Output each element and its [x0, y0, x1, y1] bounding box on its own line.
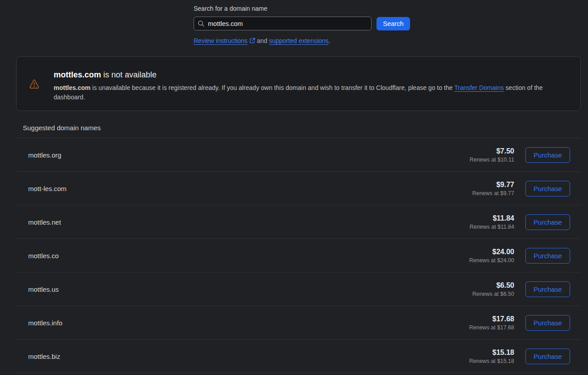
price-block: $11.84 Renews at $11.84: [470, 214, 514, 230]
search-input-wrap: [194, 17, 372, 30]
suggested-domain-name: mottles.info: [28, 319, 63, 327]
price-block: $15.18 Renews at $15.18: [469, 348, 514, 365]
renewal-price: Renews at $9.77: [472, 190, 514, 197]
price-block: $9.77 Renews at $9.77: [472, 180, 514, 197]
domain-search-input[interactable]: [194, 17, 372, 30]
period-text: .: [329, 37, 330, 44]
renewal-price: Renews at $11.84: [470, 224, 514, 230]
supported-extensions-link[interactable]: supported extensions: [269, 37, 329, 44]
purchase-button[interactable]: Purchase: [525, 349, 570, 364]
purchase-button[interactable]: Purchase: [525, 281, 570, 297]
suggestions-heading: Suggested domain names: [23, 124, 101, 132]
review-instructions-link[interactable]: Review instructions: [194, 37, 248, 44]
suggested-domain-name: mottles.biz: [28, 353, 60, 360]
renewal-price: Renews at $24.00: [469, 257, 514, 264]
banner-title-rest: is not available: [101, 70, 157, 79]
suggestion-row: mottles.net $11.84 Renews at $11.84 Purc…: [16, 205, 581, 239]
suggestion-row: mottles.biz $15.18 Renews at $15.18 Purc…: [16, 340, 581, 373]
domain-price: $15.18: [469, 348, 514, 357]
renewal-price: Renews at $10.11: [470, 157, 514, 163]
unavailable-warning-banner: mottles.com is not available mottles.com…: [16, 56, 581, 111]
purchase-button[interactable]: Purchase: [525, 214, 570, 230]
purchase-button[interactable]: Purchase: [525, 315, 570, 331]
suggestion-row: mottles.info $17.68 Renews at $17.68 Pur…: [16, 306, 581, 340]
suggestion-row: mott-les.com $9.77 Renews at $9.77 Purch…: [16, 172, 581, 205]
suggestion-row: mottles.us $6.50 Renews at $6.50 Purchas…: [16, 273, 581, 306]
domain-price: $6.50: [472, 281, 514, 290]
banner-content: mottles.com is not available mottles.com…: [54, 70, 555, 102]
transfer-domains-link[interactable]: Transfer Domains: [454, 84, 504, 91]
purchase-button[interactable]: Purchase: [525, 248, 570, 264]
banner-title-domain: mottles.com: [54, 70, 101, 79]
suggestion-row: mottles.org $7.50 Renews at $10.11 Purch…: [16, 138, 581, 172]
suggestions-list: mottles.org $7.50 Renews at $10.11 Purch…: [16, 138, 581, 373]
top-nav-edge: [0, 0, 588, 1]
renewal-price: Renews at $15.18: [469, 358, 514, 365]
suggested-domain-name: mottles.co: [28, 252, 59, 260]
price-block: $6.50 Renews at $6.50: [472, 281, 514, 298]
suggested-domain-name: mottles.net: [28, 218, 61, 226]
search-label: Search for a domain name: [194, 5, 410, 12]
price-block: $7.50 Renews at $10.11: [470, 147, 514, 163]
renewal-price: Renews at $17.68: [469, 324, 514, 331]
suggested-domain-name: mottles.us: [28, 286, 59, 293]
search-button[interactable]: Search: [376, 17, 410, 30]
domain-price: $9.77: [472, 180, 514, 189]
banner-title: mottles.com is not available: [54, 70, 555, 80]
purchase-button[interactable]: Purchase: [525, 181, 570, 196]
price-block: $24.00 Renews at $24.00: [469, 247, 514, 264]
suggestion-row: mottles.co $24.00 Renews at $24.00 Purch…: [16, 239, 581, 273]
domain-price: $11.84: [470, 214, 514, 222]
search-row: Search: [194, 17, 410, 30]
banner-body-domain: mottles.com: [54, 84, 90, 91]
warning-triangle-icon: [29, 79, 39, 89]
domain-price: $17.68: [469, 315, 514, 323]
and-text: and: [257, 37, 267, 44]
purchase-button[interactable]: Purchase: [525, 147, 570, 163]
instructions-links: Review instructions and supported extens…: [194, 37, 410, 45]
external-link-icon: [250, 38, 255, 45]
banner-body: mottles.com is unavailable because it is…: [54, 83, 555, 102]
price-block: $17.68 Renews at $17.68: [469, 315, 514, 331]
domain-price: $24.00: [469, 247, 514, 256]
domain-price: $7.50: [470, 147, 514, 155]
suggested-domain-name: mott-les.com: [28, 185, 67, 192]
banner-body-text-1: is unavailable because it is registered …: [90, 84, 454, 91]
domain-search-section: Search for a domain name Search Review i…: [194, 5, 410, 45]
renewal-price: Renews at $6.50: [472, 291, 514, 298]
suggested-domain-name: mottles.org: [28, 151, 61, 159]
